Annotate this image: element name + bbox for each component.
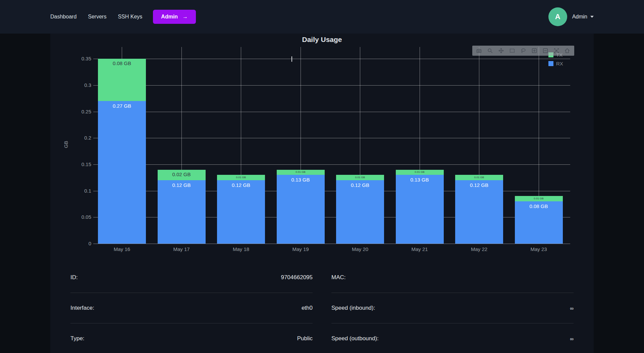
info-row-interface: Interface:eth0: [70, 293, 313, 323]
bar-rx-may-21[interactable]: [396, 175, 444, 244]
gridline: [98, 85, 570, 86]
lasso-icon[interactable]: [519, 47, 527, 55]
bar-label-rx: 0.13 GB: [396, 177, 444, 183]
x-tick-label: May 21: [399, 246, 440, 252]
legend-swatch-rx: [548, 61, 553, 66]
bar-label-rx: 0.08 GB: [515, 204, 563, 209]
info-label: Speed (outbound):: [331, 335, 379, 342]
gridline: [98, 138, 570, 138]
y-tick-label: 0.2: [64, 135, 91, 141]
arrow-right-icon: →: [182, 14, 188, 20]
gridline: [98, 59, 570, 59]
content-panel: Daily Usage 00.050.10.150.20.250.30.35Ma…: [50, 34, 594, 353]
avatar[interactable]: A: [548, 7, 567, 26]
info-value: ∞: [570, 305, 574, 311]
box-select-icon[interactable]: [508, 47, 516, 55]
y-tick-mark: [93, 244, 98, 244]
x-tick-label: May 17: [161, 246, 202, 252]
y-tick-label: 0.35: [64, 56, 91, 62]
bar-label-tx: 0.02 GB: [158, 172, 206, 178]
y-tick-mark: [93, 191, 98, 191]
info-value: Public: [297, 335, 313, 342]
bar-rx-may-22[interactable]: [455, 180, 503, 244]
y-tick-label: 0.05: [64, 214, 91, 220]
bar-label-tx: 0.01 GB: [277, 171, 325, 174]
autoscale-icon[interactable]: [552, 47, 560, 55]
info-column-left: ID:9704662095Interface:eth0Type:Public: [70, 262, 313, 353]
bar-label-rx: 0.12 GB: [217, 183, 265, 188]
x-tick-label: May 20: [340, 246, 380, 252]
nav-link-ssh-keys[interactable]: SSH Keys: [118, 14, 142, 20]
plot-area: 00.050.10.150.20.250.30.35May 16May 17Ma…: [50, 34, 594, 258]
bar-label-rx: 0.12 GB: [158, 183, 206, 188]
x-tick-label: May 23: [519, 246, 559, 252]
zoom-icon[interactable]: [486, 47, 494, 55]
y-tick-mark: [93, 112, 98, 112]
y-axis-title: GB: [63, 141, 69, 148]
bar-label-rx: 0.12 GB: [455, 183, 503, 188]
admin-button[interactable]: Admin →: [153, 10, 196, 24]
y-tick-label: 0.1: [64, 188, 91, 194]
info-column-right: MAC:Speed (inbound):∞Speed (outbound):∞: [331, 262, 574, 353]
camera-icon[interactable]: [475, 47, 483, 55]
y-tick-label: 0.15: [64, 161, 91, 167]
info-label: MAC:: [331, 274, 346, 281]
info-row-speed-inbound-: Speed (inbound):∞: [331, 293, 574, 323]
y-tick-mark: [93, 138, 98, 138]
y-tick-label: 0: [64, 241, 91, 247]
user-menu[interactable]: A Admin: [548, 7, 594, 26]
bar-rx-may-18[interactable]: [217, 180, 265, 244]
info-row-id: ID:9704662095: [70, 262, 313, 293]
top-nav: DashboardServersSSH Keys Admin → A Admin: [0, 0, 644, 34]
modebar: [472, 46, 574, 56]
bar-label-tx: 0.01 GB: [336, 176, 384, 179]
info-label: Type:: [70, 335, 85, 342]
info-value: ∞: [570, 336, 574, 342]
bar-label-rx: 0.27 GB: [98, 103, 146, 109]
bar-rx-may-19[interactable]: [277, 175, 325, 244]
info-value: 9704662095: [281, 274, 313, 281]
y-tick-mark: [93, 59, 98, 59]
bar-label-tx: 0.01 GB: [455, 176, 503, 179]
nav-link-servers[interactable]: Servers: [88, 14, 106, 20]
y-tick-label: 0.25: [64, 109, 91, 115]
info-label: Interface:: [70, 305, 94, 311]
gridline: [98, 244, 570, 244]
zoom-in-icon[interactable]: [530, 47, 538, 55]
bar-rx-may-16[interactable]: [98, 101, 146, 244]
info-value: eth0: [302, 305, 313, 311]
x-tick-label: May 18: [221, 246, 261, 252]
info-label: ID:: [70, 274, 78, 281]
bar-label-tx: 0.01 GB: [217, 176, 265, 179]
info-row-type: Type:Public: [70, 323, 313, 353]
bar-rx-may-20[interactable]: [336, 180, 384, 244]
daily-usage-chart: Daily Usage 00.050.10.150.20.250.30.35Ma…: [50, 34, 594, 258]
y-tick-mark: [93, 164, 98, 165]
bar-label-tx: 0.01 GB: [515, 197, 563, 200]
y-tick-label: 0.3: [64, 82, 91, 88]
bar-rx-may-17[interactable]: [158, 180, 206, 244]
bar-label-tx: 0.08 GB: [98, 61, 146, 66]
info-row-mac: MAC:: [331, 262, 574, 293]
y-tick-mark: [93, 217, 98, 217]
x-tick-label: May 22: [459, 246, 499, 252]
info-label: Speed (inbound):: [331, 305, 375, 311]
bar-label-rx: 0.12 GB: [336, 183, 384, 188]
interface-info: ID:9704662095Interface:eth0Type:PublicMA…: [50, 258, 594, 353]
x-tick-label: May 19: [280, 246, 321, 252]
reset-axes-icon[interactable]: [563, 47, 571, 55]
y-tick-mark: [93, 85, 98, 86]
zoom-out-icon[interactable]: [541, 47, 549, 55]
caret-down-icon: [590, 16, 594, 18]
x-tick-label: May 16: [102, 246, 142, 252]
nav-link-dashboard[interactable]: Dashboard: [50, 14, 76, 20]
bar-label-rx: 0.13 GB: [277, 177, 325, 183]
user-name: Admin: [572, 14, 587, 20]
nav-links: DashboardServersSSH Keys: [50, 14, 142, 20]
legend-label: RX: [556, 61, 563, 66]
gridline: [98, 112, 570, 112]
gridline: [98, 164, 570, 165]
legend-item-rx[interactable]: RX: [548, 61, 563, 66]
text-cursor-artifact: [291, 56, 292, 62]
pan-icon[interactable]: [497, 47, 505, 55]
